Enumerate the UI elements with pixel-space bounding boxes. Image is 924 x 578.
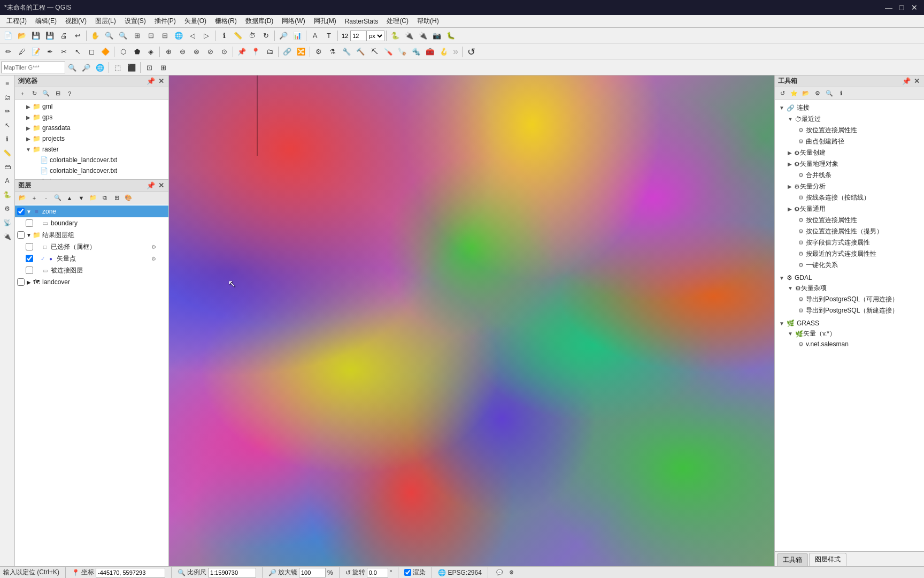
tab-toolbox[interactable]: 工具箱	[777, 553, 808, 566]
tb-select2[interactable]: ◻	[85, 45, 98, 58]
magnifier-value-input[interactable]	[299, 568, 326, 577]
layers-tb-style[interactable]: 🎨	[123, 193, 134, 203]
layer-boundary-checkbox[interactable]	[26, 219, 33, 227]
browser-tb-add[interactable]: +	[17, 88, 28, 99]
tools-tb-5[interactable]: 🔍	[824, 88, 835, 99]
tb-digitize3[interactable]: 📝	[29, 45, 42, 58]
layer-vector-points[interactable]: ✓ ● 矢量点 ⚙	[15, 253, 168, 264]
browser-tb-collapse[interactable]: ⊟	[52, 88, 63, 99]
tb-select1[interactable]: ↖	[71, 45, 84, 58]
tb-advanced9[interactable]: 🧰	[424, 45, 436, 58]
menu-vector[interactable]: 矢量(O)	[180, 16, 211, 27]
layer-joined-checkbox[interactable]	[26, 267, 33, 274]
browser-panel-header[interactable]: 浏览器 📌 ✕	[15, 75, 168, 87]
tools-close-icon[interactable]: ✕	[912, 77, 921, 86]
tb-filter[interactable]: ⊡	[143, 61, 156, 74]
tools-vgen-item3[interactable]: ⚙ 按字段值方式连接属性	[786, 237, 922, 248]
layers-tb-group[interactable]: 📁	[88, 193, 98, 203]
layer-landcover-checkbox[interactable]	[17, 278, 25, 286]
tb-zoom-full[interactable]: 🌐	[172, 29, 185, 42]
minimize-button[interactable]: —	[883, 2, 894, 13]
font-size-input[interactable]	[350, 31, 366, 41]
menu-help[interactable]: 帮助(H)	[413, 16, 443, 27]
tools-tb-3[interactable]: 📂	[800, 88, 811, 99]
tb-open[interactable]: 📂	[16, 29, 28, 42]
tb-advanced4[interactable]: 🔨	[354, 45, 367, 58]
tools-recent-header[interactable]: ▼ ⏱ 最近过	[786, 113, 922, 125]
vsb-select[interactable]: ↖	[1, 119, 14, 132]
tools-vgen-header[interactable]: ▶ ⚙ 矢量通用	[786, 203, 922, 215]
layer-zone[interactable]: ▼ ■ zone	[15, 206, 168, 217]
browser-pin-icon[interactable]: 📌	[147, 77, 155, 86]
tb-save[interactable]: 💾	[29, 29, 42, 42]
layers-tb-add[interactable]: +	[29, 193, 40, 203]
layer-joined[interactable]: ▭ 被连接图层	[15, 264, 168, 276]
menu-view[interactable]: 视图(V)	[61, 16, 91, 27]
menu-processing[interactable]: 处理(C)	[382, 16, 413, 27]
browser-item-colortable1[interactable]: 📄 colortable_landcover.txt	[15, 155, 168, 165]
menu-plugins[interactable]: 插件(P)	[150, 16, 180, 27]
tools-grass-v-header[interactable]: ▼ 🌿 矢量（v.*）	[786, 328, 922, 339]
tb-feature3[interactable]: ⊗	[190, 45, 203, 58]
tb-relation1[interactable]: 🔗	[281, 45, 294, 58]
browser-tb-refresh[interactable]: ↻	[29, 88, 40, 99]
vsb-identify[interactable]: ℹ	[1, 133, 14, 146]
tb-node3[interactable]: ◈	[144, 45, 157, 58]
font-unit-select[interactable]: px	[366, 31, 384, 41]
tb-pan[interactable]: ✋	[89, 29, 102, 42]
tb-advanced2[interactable]: ⚗	[326, 45, 339, 58]
tb-advanced3[interactable]: 🔧	[340, 45, 353, 58]
layers-tb-open[interactable]: 📂	[17, 193, 28, 203]
rotation-value-input[interactable]	[367, 568, 388, 577]
tb-save-as[interactable]: 💾	[43, 29, 56, 42]
tools-va-item1[interactable]: ⚙ 按线条连接（按结线）	[786, 192, 922, 203]
menu-mesh[interactable]: 网孔(M)	[310, 16, 341, 27]
scale-value-input[interactable]	[208, 568, 256, 577]
tb-stats[interactable]: 📊	[291, 29, 304, 42]
menu-database[interactable]: 数据库(D)	[241, 16, 278, 27]
browser-close-icon[interactable]: ✕	[157, 77, 165, 86]
tools-vgen-item4[interactable]: ⚙ 按最近的方式连接属性性	[786, 248, 922, 260]
tb-zoom-out[interactable]: 🔍	[117, 29, 129, 42]
layers-close-icon[interactable]: ✕	[157, 181, 165, 190]
browser-item-gps[interactable]: ▶ 📁 gps	[15, 112, 168, 123]
tb-feature5[interactable]: ⊙	[218, 45, 230, 58]
tb-undo[interactable]: ↩	[71, 29, 84, 42]
tools-gdal-item1[interactable]: ⚙ 导出到PostgreSQL（可用连接）	[786, 294, 922, 305]
layer-boundary[interactable]: ▭ boundary	[15, 217, 168, 229]
tools-vg-header[interactable]: ▶ ⚙ 矢量地理对象	[786, 158, 922, 170]
tb-camera[interactable]: 📷	[430, 29, 443, 42]
browser-item-grassdata[interactable]: ▶ 📁 grassdata	[15, 123, 168, 133]
tools-pin-icon[interactable]: 📌	[902, 77, 911, 86]
tb-advanced8[interactable]: 🔩	[410, 45, 422, 58]
tb-relation2[interactable]: 🔀	[295, 45, 307, 58]
layers-pin-icon[interactable]: 📌	[147, 181, 155, 190]
layer-selected[interactable]: □ 已选择（属框） ⚙	[15, 241, 168, 253]
tb-digitize5[interactable]: ✂	[57, 45, 70, 58]
tb-zoom-in[interactable]: 🔍	[103, 29, 116, 42]
tb-snap2[interactable]: 📍	[249, 45, 262, 58]
menu-edit[interactable]: 编辑(E)	[31, 16, 61, 27]
map-area[interactable]: ↖	[169, 75, 774, 566]
browser-tb-filter[interactable]: 🔍	[41, 88, 51, 99]
vsb-browser[interactable]: 🗂	[1, 91, 14, 104]
tools-gdal-misc-header[interactable]: ▼ ⚙ 矢量杂项	[786, 283, 922, 294]
tb-identify[interactable]: ℹ	[218, 29, 230, 42]
tb-pan-next[interactable]: ▷	[200, 29, 213, 42]
layer-selected-checkbox[interactable]	[26, 243, 33, 250]
menu-project[interactable]: 工程(J)	[2, 16, 31, 27]
tools-vg-item1[interactable]: ⚙ 合并线条	[786, 170, 922, 181]
vsb-plugin[interactable]: 🔌	[1, 230, 14, 243]
tools-recent-item1[interactable]: ⚙ 按位置连接属性性	[786, 125, 922, 136]
tb-debug[interactable]: 🐛	[444, 29, 457, 42]
tools-recent-item2[interactable]: ⚙ 曲点创建路径	[786, 136, 922, 147]
tb-measure[interactable]: 📏	[232, 29, 244, 42]
layers-tb-up[interactable]: ▲	[64, 193, 75, 203]
layer-result-group[interactable]: ▼ 📁 结果图层组	[15, 229, 168, 241]
layers-tb-expand[interactable]: ⊞	[111, 193, 122, 203]
tb-node2[interactable]: ⬟	[130, 45, 143, 58]
layer-result-group-checkbox[interactable]	[17, 231, 25, 239]
tools-vc-header[interactable]: ▶ ⚙ 矢量创建	[786, 147, 922, 158]
tb-text[interactable]: T	[322, 29, 335, 42]
layer-zone-checkbox[interactable]	[17, 208, 25, 215]
